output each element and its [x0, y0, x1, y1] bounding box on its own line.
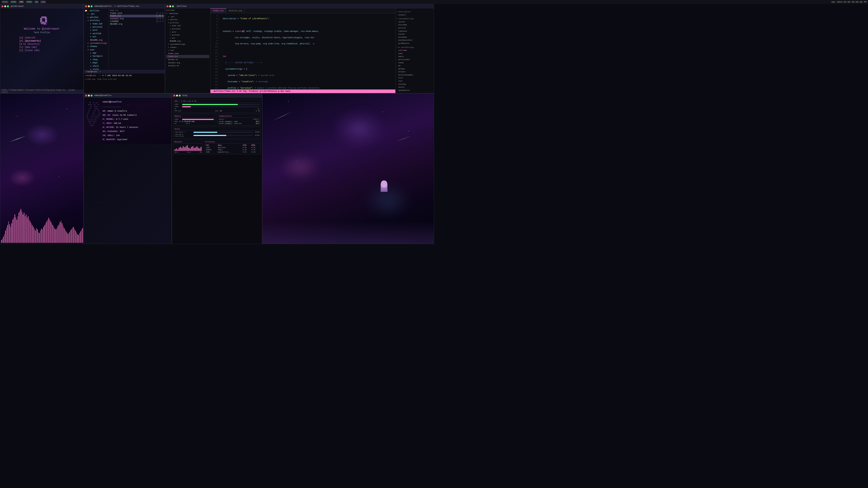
outline-outputs[interactable]: outputs — [397, 13, 433, 17]
dir-worklab[interactable]: ▸ worklab — [85, 32, 107, 35]
ft-themes[interactable]: ▸ themes — [166, 46, 209, 49]
processes-panel: Processes PID Name CPU% MEM% 2520 Hyprla… — [204, 140, 260, 154]
ft-worklab[interactable]: ▸ worklab — [166, 33, 209, 37]
outline-wmtype[interactable]: wmType — [397, 67, 433, 70]
ft-homelab[interactable]: ▸ home.lab — [166, 24, 209, 27]
dir-homelab[interactable]: ▸ home.lab — [85, 22, 107, 26]
ft-readme[interactable]: README.org — [166, 39, 209, 43]
dir-user[interactable]: ▾ user — [85, 48, 107, 52]
ft-work[interactable]: ▸ work — [166, 31, 209, 34]
dir-profiles[interactable]: ▾ profiles — [85, 19, 107, 22]
outline-browser[interactable]: browser — [397, 70, 433, 73]
close-btn[interactable] — [85, 5, 87, 7]
outline-fontpkg[interactable]: fontPkg — [397, 83, 433, 86]
file-flakelock[interactable]: flake.lock 27.5 K — [110, 12, 164, 15]
dir-syssettings[interactable]: ▸ systemSettings — [85, 42, 107, 45]
dir-git[interactable]: ▸ .git — [85, 12, 107, 15]
outline-system[interactable]: system — [397, 20, 433, 24]
file-flakenix[interactable]: flake.nix 2.26 K — [110, 15, 164, 18]
outline-bootmode[interactable]: bootMode — [397, 36, 433, 39]
outline-profile[interactable]: profile — [397, 26, 433, 30]
ft-dotfiles[interactable]: ▾ .dotfiles — [166, 12, 209, 15]
dir-lang[interactable]: ▸ lang — [85, 58, 107, 61]
ground-reflect — [262, 221, 434, 244]
dir-wsl[interactable]: ▸ wsl — [85, 35, 107, 38]
max-btn[interactable] — [7, 5, 9, 7]
qb-newtab[interactable]: [t] [New tab] — [19, 46, 64, 48]
ft-patches[interactable]: ▸ patches — [166, 18, 209, 21]
outline-timezone[interactable]: timezone — [397, 30, 433, 33]
min-btn[interactable] — [4, 5, 6, 7]
dir-personal[interactable]: ▸ personal — [85, 26, 107, 29]
ft-installorg[interactable]: install.org — [166, 61, 209, 64]
code-text[interactable]: description = "Flake of LibrePhoenix"; o… — [219, 13, 395, 90]
outline-spawnedit[interactable]: spawnEditor — [397, 89, 433, 92]
min-btn[interactable] — [88, 95, 90, 96]
file-install-org[interactable]: install.org 10.6 K — [110, 18, 164, 20]
dir-patches[interactable]: ▸ patches — [85, 16, 107, 19]
outline-username[interactable]: username — [397, 49, 433, 52]
dir-work[interactable]: ▸ work — [85, 29, 107, 32]
max-btn[interactable] — [91, 5, 92, 7]
file-readme[interactable]: README.org — [85, 39, 107, 42]
outline-name[interactable]: name — [397, 52, 433, 55]
ft-flakenix[interactable]: flake.nix — [166, 55, 209, 58]
outline-defaultroamdir[interactable]: defaultRoamDir — [397, 73, 433, 76]
file-readme2[interactable]: README.org — [110, 23, 164, 26]
qb-close[interactable]: [x] [Close tab] — [19, 49, 64, 52]
nf-shell: CN│ SHELL: zsh — [103, 133, 169, 138]
ft-profiles[interactable]: ▾ profiles — [166, 21, 209, 24]
ft-git[interactable]: ▸ .git — [166, 15, 209, 18]
vis-bar — [16, 217, 16, 243]
close-btn[interactable] — [174, 95, 175, 96]
ft-personal[interactable]: ▸ personal — [166, 27, 209, 31]
outline-wm[interactable]: wm — [397, 64, 433, 67]
outline-email[interactable]: email — [397, 55, 433, 58]
vis-bar — [73, 227, 74, 243]
outline-theme[interactable]: theme — [397, 61, 433, 64]
ft-installsh[interactable]: install.sh — [166, 64, 209, 67]
outline-dotfilesdir[interactable]: dotfilesDir — [397, 58, 433, 61]
vis-bar — [65, 229, 66, 243]
ft-wsl[interactable]: ▸ wsl — [166, 37, 209, 40]
dir-app[interactable]: ▸ app — [85, 52, 107, 55]
dir-style[interactable]: ▸ style — [85, 68, 107, 70]
close-btn[interactable] — [2, 5, 3, 7]
qb-search[interactable]: [o] [Search] — [19, 37, 64, 39]
outline-font[interactable]: font — [397, 79, 433, 83]
min-btn[interactable] — [169, 5, 171, 7]
dir-pkgs[interactable]: ▸ pkgs — [85, 61, 107, 64]
ft-syssettings[interactable]: ▸ systemSettings — [166, 43, 209, 46]
file-license[interactable]: LICENSE 34.2 K — [110, 20, 164, 23]
close-btn[interactable] — [85, 95, 87, 96]
vis-bar — [22, 212, 22, 243]
ft-flakelock[interactable]: flake.lock — [166, 52, 209, 55]
dir-themes[interactable]: ▸ themes — [85, 45, 107, 48]
mem-label: 100% — [175, 119, 181, 120]
ft-user[interactable]: ▸ user — [166, 49, 209, 52]
close-btn[interactable] — [166, 5, 168, 7]
disk-fill-2 — [193, 135, 226, 136]
outline-locale[interactable]: locale — [397, 33, 433, 36]
max-btn[interactable] — [172, 5, 174, 7]
vis-bar — [29, 220, 30, 243]
outline-hostname[interactable]: hostname — [397, 23, 433, 26]
outline-term[interactable]: term — [397, 76, 433, 79]
outline-editor[interactable]: editor — [397, 86, 433, 89]
tab-desktop[interactable]: desktop.png — [226, 8, 245, 13]
ft-harden[interactable]: harden.sh — [166, 58, 209, 61]
max-btn[interactable] — [91, 95, 92, 96]
dir-hardware[interactable]: ▸ hardware — [85, 55, 107, 58]
dir-dotfiles[interactable]: 📁 .dotfiles — [85, 9, 107, 12]
qb-history[interactable]: [S h] [History] — [19, 43, 64, 45]
tab-flakenix[interactable]: flake.nix — [211, 8, 226, 13]
min-btn[interactable] — [88, 5, 90, 7]
temp-junction: card0 (amdgpu): junction 58°C — [219, 123, 259, 125]
min-btn[interactable] — [176, 95, 178, 96]
filetree-header: EXPLORER — [166, 9, 209, 11]
outline-bootmount[interactable]: bootMountPath — [397, 39, 433, 42]
dir-shell[interactable]: ▸ shell — [85, 65, 107, 68]
outline-grubdevice[interactable]: grubDevice — [397, 42, 433, 45]
qb-quickmarks[interactable]: [b] [Quickmarks] — [19, 40, 64, 42]
max-btn[interactable] — [179, 95, 181, 96]
